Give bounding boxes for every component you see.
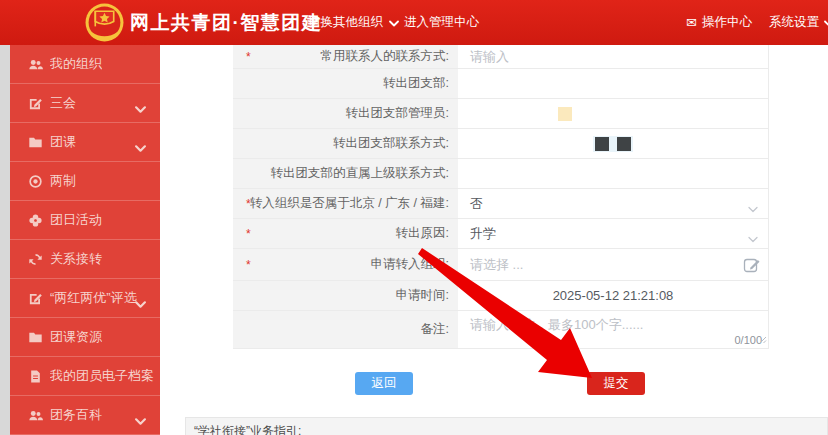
form-label: 转出原因: (396, 225, 449, 242)
resize-handle-icon[interactable] (759, 332, 767, 347)
required-asterisk: * (246, 227, 251, 241)
form-row: *申请转入组织:请选择 ... (233, 249, 768, 281)
chevron-down-icon (389, 16, 399, 30)
form-label-cell: 申请时间: (233, 281, 458, 310)
submit-button[interactable]: 提交 (587, 372, 645, 395)
sidebar-item-label: “两红两优”评选 (50, 289, 137, 307)
clover-icon (28, 213, 43, 228)
form-label-cell: 转出团支部联系方式: (233, 129, 458, 158)
form-row: *常用联系人的联系方式:请输入 (233, 45, 768, 69)
sidebar-item-label: 我的团员电子档案 (50, 367, 154, 385)
static-value: 2025-05-12 21:21:08 (470, 288, 768, 303)
form-value-cell: 请输入 (458, 45, 768, 68)
select-placeholder[interactable]: 请选择 ... (470, 256, 523, 274)
form-label: 申请时间: (396, 287, 449, 304)
form-row: 转出团支部管理员: (233, 99, 768, 129)
users-icon (28, 408, 43, 423)
char-counter: 0/100 (734, 334, 762, 346)
form-row: 申请时间:2025-05-12 21:21:08 (233, 281, 768, 311)
form-value-cell (458, 129, 768, 158)
form-label-cell: 备注: (233, 311, 458, 348)
chevron-down-icon (135, 411, 146, 429)
file-icon (28, 369, 43, 384)
form-label-cell: *申请转入组织: (233, 249, 458, 280)
sidebar-menu: 我的组织三会团课两制团日活动关系接转“两红两优”评选团课资源我的团员电子档案团务… (10, 45, 160, 435)
select-value[interactable]: 否 (470, 195, 483, 213)
mail-icon: ✉ (686, 16, 697, 29)
form-label: 常用联系人的联系方式: (321, 48, 449, 65)
sidebar-item[interactable]: 我的组织 (10, 45, 160, 84)
redacted-value (558, 107, 572, 121)
sidebar-item[interactable]: 团课 (10, 123, 160, 162)
sidebar-item[interactable]: 团务百科 (10, 396, 160, 435)
sidebar-item[interactable]: “两红两优”评选 (10, 279, 160, 318)
header-nav-item[interactable]: 进入管理中心 (404, 0, 479, 45)
page-left-gutter (0, 45, 10, 435)
sidebar-item-label: 关系接转 (50, 250, 102, 268)
sidebar-item-label: 两制 (50, 172, 76, 190)
form-value-cell: 请输入备注，最多100个字......0/100 (458, 311, 768, 348)
form-label: 转出团支部管理员: (346, 105, 449, 122)
form-value-cell: 升学 (458, 219, 768, 248)
form-label: 申请转入组织: (371, 256, 449, 273)
form-label-cell: *常用联系人的联系方式: (233, 45, 458, 68)
sidebar-item[interactable]: 关系接转 (10, 240, 160, 279)
form-label-cell: 转出团支部: (233, 69, 458, 98)
sidebar-item[interactable]: 团课资源 (10, 318, 160, 357)
guide-panel: “学社衔接”业务指引: (185, 417, 828, 435)
sidebar-item-label: 我的组织 (50, 55, 102, 73)
chevron-down-icon (135, 99, 146, 117)
form-label-cell: *转入组织是否属于北京 / 广东 / 福建: (233, 189, 458, 218)
utility-nav-item[interactable]: ✉操作中心 (686, 14, 752, 31)
form-row: 转出团支部的直属上级联系方式: (233, 159, 768, 189)
select-value[interactable]: 升学 (470, 225, 496, 243)
folder-icon (28, 330, 43, 345)
form-row: 备注:请输入备注，最多100个字......0/100 (233, 311, 768, 349)
form-label: 转出团支部的直属上级联系方式: (271, 165, 449, 182)
form-row: *转入组织是否属于北京 / 广东 / 福建:否 (233, 189, 768, 219)
folder-icon (28, 135, 43, 150)
sidebar-item[interactable]: 两制 (10, 162, 160, 201)
chevron-down-icon[interactable] (748, 231, 758, 246)
form-label: 转入组织是否属于北京 / 广东 / 福建: (250, 195, 449, 212)
form-value-cell: 2025-05-12 21:21:08 (458, 281, 768, 310)
form-value-cell (458, 99, 768, 128)
form-label: 转出团支部联系方式: (333, 135, 449, 152)
form-row: 转出团支部: (233, 69, 768, 99)
required-asterisk: * (246, 258, 251, 272)
header-nav-item[interactable]: 切换其他组织 (308, 0, 399, 45)
back-button[interactable]: 返回 (355, 372, 413, 395)
utility-nav: ✉操作中心系统设置?帮助 (686, 0, 828, 45)
form-value-cell (458, 159, 768, 188)
sidebar-item-label: 团课 (50, 133, 76, 151)
edit-icon (28, 291, 43, 306)
refresh-icon (28, 252, 43, 267)
chevron-down-icon (824, 16, 828, 30)
sidebar-item-label: 团务百科 (50, 406, 102, 424)
form-row: 转出团支部联系方式: (233, 129, 768, 159)
header-nav-label: 进入管理中心 (404, 14, 479, 31)
utility-nav-label: 系统设置 (769, 14, 819, 31)
top-header: 网上共青团·智慧团建 切换其他组织进入管理中心 ✉操作中心系统设置?帮助 (0, 0, 828, 45)
utility-nav-item[interactable]: 系统设置 (769, 14, 828, 31)
sidebar-item[interactable]: 我的团员电子档案 (10, 357, 160, 396)
form-label-cell: 转出团支部管理员: (233, 99, 458, 128)
text-input[interactable]: 请输入 (470, 48, 509, 66)
form-label: 备注: (421, 321, 449, 338)
textarea-input[interactable]: 请输入备注，最多100个字...... (470, 316, 643, 334)
form-label: 转出团支部: (383, 75, 449, 92)
sidebar-item[interactable]: 三会 (10, 84, 160, 123)
sidebar-item-label: 团日活动 (50, 211, 102, 229)
required-asterisk: * (246, 50, 251, 64)
required-asterisk: * (246, 197, 251, 211)
sidebar-item[interactable]: 团日活动 (10, 201, 160, 240)
chevron-down-icon[interactable] (748, 201, 758, 216)
league-emblem-logo (84, 2, 125, 43)
sidebar-item-label: 团课资源 (50, 328, 102, 346)
form-label-cell: *转出原因: (233, 219, 458, 248)
form-value-cell (458, 69, 768, 98)
edit-icon[interactable] (743, 256, 761, 274)
transfer-form-table: *常用联系人的联系方式:请输入转出团支部:转出团支部管理员:转出团支部联系方式:… (233, 45, 769, 349)
redacted-value (593, 136, 633, 152)
users-icon (28, 57, 43, 72)
